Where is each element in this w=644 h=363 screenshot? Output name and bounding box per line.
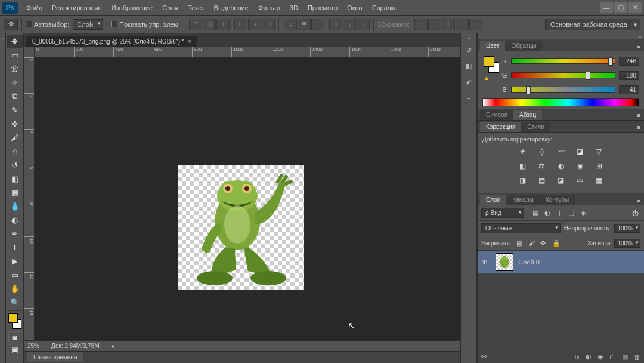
adj-posterize-icon[interactable]: ▤	[535, 175, 549, 186]
zoom-tool[interactable]: 🔍	[7, 296, 23, 309]
layer-thumbnail[interactable]	[496, 253, 513, 271]
r-value[interactable]: 246	[619, 57, 639, 66]
zoom-level[interactable]: 25%	[27, 343, 39, 349]
gamut-warning-icon[interactable]: ▲	[484, 75, 490, 81]
color-fg-bg-swatch[interactable]: ▲	[482, 55, 499, 81]
screen-mode-toggle[interactable]: ▣	[7, 343, 23, 356]
g-value[interactable]: 188	[619, 71, 639, 80]
menu-select[interactable]: Выделение	[209, 2, 253, 14]
adj-threshold-icon[interactable]: ◪	[555, 175, 568, 186]
document-tab[interactable]: 0_80065_b154b573_orig.png @ 25% (Слой 0,…	[26, 36, 197, 47]
align-right-icon[interactable]: ⊣	[262, 19, 275, 30]
layer-filter-kind[interactable]: ρ Вид	[481, 208, 524, 218]
layer-row[interactable]: 👁 Слой 0	[478, 251, 644, 273]
r-slider[interactable]	[511, 58, 615, 64]
distribute-5-icon[interactable]: ⫿	[343, 19, 356, 30]
distribute-6-icon[interactable]: ⫾	[357, 19, 370, 30]
menu-image[interactable]: Изображение	[107, 2, 157, 14]
fill-value[interactable]: 100%	[614, 239, 640, 248]
opacity-value[interactable]: 100%	[614, 224, 640, 233]
adj-channel-mixer-icon[interactable]: ⊞	[593, 161, 606, 171]
adj-panel-menu-icon[interactable]: ≡	[636, 122, 642, 132]
blur-tool[interactable]: 💧	[7, 199, 23, 213]
adj-photo-filter-icon[interactable]: ◉	[574, 161, 587, 171]
delete-layer-icon[interactable]: 🗑	[634, 353, 640, 361]
window-minimize-button[interactable]: —	[600, 2, 613, 13]
3d-scale-icon[interactable]: ⤢	[469, 19, 482, 30]
marquee-tool[interactable]: ▭	[7, 48, 23, 61]
layers-panel-menu-icon[interactable]: ≡	[636, 195, 642, 205]
filter-pixel-icon[interactable]: ▦	[530, 208, 541, 218]
history-brush-tool[interactable]: ↺	[7, 158, 23, 171]
autoselect-checkbox[interactable]: Автовыбор:	[26, 21, 69, 28]
adj-invert-icon[interactable]: ◨	[516, 175, 530, 186]
layer-list[interactable]: 👁 Слой 0	[478, 251, 644, 350]
dodge-tool[interactable]: ◐	[7, 213, 23, 226]
3d-rotate-icon[interactable]: ⟲	[414, 19, 428, 30]
adj-levels-icon[interactable]: ⟠	[535, 146, 549, 157]
tab-adjustments[interactable]: Коррекция	[480, 122, 521, 132]
3d-pan-icon[interactable]: ✥	[442, 19, 455, 30]
color-panel-menu-icon[interactable]: ≡	[636, 41, 642, 51]
b-slider[interactable]	[511, 87, 615, 93]
adj-hue-icon[interactable]: ◧	[516, 161, 530, 171]
close-tab-icon[interactable]: ×	[188, 38, 191, 45]
distribute-1-icon[interactable]: ≡	[284, 19, 297, 30]
align-left-icon[interactable]: ⊢	[234, 19, 247, 30]
adj-curves-icon[interactable]: 〰	[555, 146, 568, 157]
layer-visibility-icon[interactable]: 👁	[481, 259, 491, 266]
g-slider[interactable]	[511, 72, 615, 78]
menu-layers[interactable]: Слои	[157, 2, 183, 14]
canvas-viewport[interactable]: ↖	[35, 57, 460, 340]
lock-all-icon[interactable]: 🔒	[552, 239, 561, 247]
new-layer-icon[interactable]: ▥	[622, 353, 628, 361]
menu-text[interactable]: Текст	[183, 2, 209, 14]
new-group-icon[interactable]: 🗀	[609, 353, 616, 361]
adj-brightness-icon[interactable]: ☀	[516, 146, 530, 157]
align-vcenter-icon[interactable]: ⊟	[203, 19, 216, 30]
filter-smart-icon[interactable]: ◈	[578, 208, 589, 218]
layer-mask-icon[interactable]: ◐	[586, 353, 592, 361]
menu-window[interactable]: Окно	[342, 2, 367, 14]
menu-file[interactable]: Файл	[21, 2, 47, 14]
blend-mode-select[interactable]: Обычные	[481, 223, 561, 233]
tab-styles[interactable]: Стили	[521, 122, 550, 132]
filter-shape-icon[interactable]: ▢	[566, 208, 577, 218]
adj-bw-icon[interactable]: ◐	[555, 161, 568, 171]
menu-view[interactable]: Просмотр	[303, 2, 342, 14]
adj-vibrance-icon[interactable]: ▽	[593, 146, 606, 157]
paragraph-styles-icon[interactable]: ≡	[462, 90, 475, 103]
tab-paths[interactable]: Контуры	[540, 195, 575, 205]
distribute-3-icon[interactable]: ⋮	[311, 19, 324, 30]
lock-transparency-icon[interactable]: ▦	[516, 239, 525, 247]
brush-tool[interactable]: 🖌	[7, 131, 23, 144]
tab-channels[interactable]: Каналы	[506, 195, 540, 205]
menu-edit[interactable]: Редактирование	[47, 2, 107, 14]
distribute-4-icon[interactable]: ⫴	[329, 19, 342, 30]
lock-pixels-icon[interactable]: 🖌	[528, 239, 537, 247]
pen-tool[interactable]: ✒	[7, 227, 23, 240]
canvas-image[interactable]	[178, 165, 304, 290]
tab-paragraph[interactable]: Абзац	[513, 110, 542, 120]
tab-swatches[interactable]: Образцы	[505, 41, 542, 51]
3d-roll-icon[interactable]: ⤵	[428, 19, 441, 30]
show-controls-checkbox[interactable]: Показать упр. элем.	[111, 21, 180, 28]
spot-heal-tool[interactable]: ✜	[7, 117, 23, 130]
window-close-button[interactable]: ✕	[628, 2, 642, 13]
shape-tool[interactable]: ▭	[7, 268, 23, 281]
adj-selective-color-icon[interactable]: ▦	[593, 175, 606, 186]
char-panel-menu-icon[interactable]: ≡	[636, 110, 642, 120]
align-top-icon[interactable]: ⊤	[189, 19, 202, 30]
quick-mask-toggle[interactable]: ◙	[8, 331, 21, 342]
properties-icon[interactable]: ◧	[462, 59, 475, 72]
collapse-panels-icon[interactable]: «	[639, 34, 642, 39]
magic-wand-tool[interactable]: ✧	[7, 76, 23, 89]
clone-stamp-tool[interactable]: ⎌	[7, 144, 23, 158]
tab-character[interactable]: Символ	[480, 110, 513, 120]
adj-exposure-icon[interactable]: ◪	[574, 146, 587, 157]
3d-slide-icon[interactable]: ↕	[456, 19, 469, 30]
new-fill-icon[interactable]: ◉	[597, 353, 603, 361]
autoselect-target-select[interactable]: Слой	[73, 19, 103, 30]
gradient-tool[interactable]: ▦	[7, 186, 23, 199]
workspace-select[interactable]: Основная рабочая среда	[545, 19, 640, 30]
